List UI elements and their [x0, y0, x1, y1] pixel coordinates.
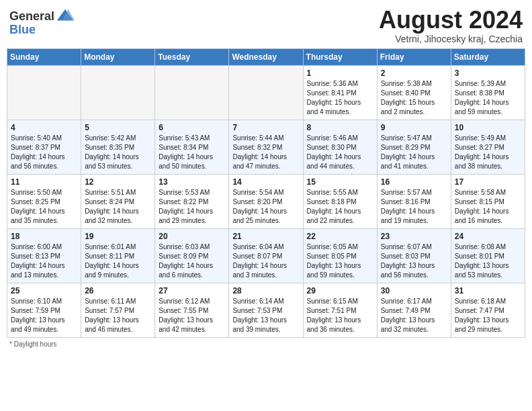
col-header-thursday: Thursday [303, 48, 377, 65]
day-number: 6 [159, 123, 225, 132]
month-year: August 2024 [379, 7, 523, 34]
col-header-friday: Friday [377, 48, 451, 65]
col-header-monday: Monday [81, 48, 155, 65]
day-number: 27 [159, 286, 225, 295]
day-cell: 25Sunrise: 6:10 AM Sunset: 7:59 PM Dayli… [7, 283, 81, 337]
day-number: 18 [11, 232, 77, 241]
day-info: Sunrise: 5:54 AM Sunset: 8:20 PM Dayligh… [232, 188, 299, 226]
day-cell: 9Sunrise: 5:47 AM Sunset: 8:29 PM Daylig… [377, 120, 451, 174]
day-info: Sunrise: 6:01 AM Sunset: 8:11 PM Dayligh… [85, 242, 151, 280]
day-info: Sunrise: 5:44 AM Sunset: 8:32 PM Dayligh… [232, 134, 299, 171]
day-cell: 2Sunrise: 5:38 AM Sunset: 8:40 PM Daylig… [377, 65, 451, 120]
day-info: Sunrise: 5:38 AM Sunset: 8:40 PM Dayligh… [381, 79, 447, 117]
day-number: 31 [455, 286, 521, 295]
day-number: 26 [85, 286, 151, 295]
day-cell: 31Sunrise: 6:18 AM Sunset: 7:47 PM Dayli… [451, 283, 525, 337]
day-cell [155, 65, 229, 120]
day-cell: 1Sunrise: 5:36 AM Sunset: 8:41 PM Daylig… [303, 65, 377, 120]
day-cell: 14Sunrise: 5:54 AM Sunset: 8:20 PM Dayli… [229, 174, 303, 228]
day-number: 29 [307, 286, 373, 295]
week-row-1: 1Sunrise: 5:36 AM Sunset: 8:41 PM Daylig… [7, 65, 525, 120]
logo-text-general: General [9, 9, 54, 24]
week-row-3: 11Sunrise: 5:50 AM Sunset: 8:25 PM Dayli… [7, 174, 525, 228]
day-number: 5 [85, 123, 151, 132]
day-number: 19 [85, 232, 151, 241]
day-cell: 30Sunrise: 6:17 AM Sunset: 7:49 PM Dayli… [377, 283, 451, 337]
day-cell: 19Sunrise: 6:01 AM Sunset: 8:11 PM Dayli… [81, 228, 155, 283]
day-info: Sunrise: 5:55 AM Sunset: 8:18 PM Dayligh… [307, 188, 373, 226]
day-cell: 22Sunrise: 6:05 AM Sunset: 8:05 PM Dayli… [303, 228, 377, 283]
week-row-4: 18Sunrise: 6:00 AM Sunset: 8:13 PM Dayli… [7, 228, 525, 283]
day-info: Sunrise: 6:08 AM Sunset: 8:01 PM Dayligh… [455, 242, 521, 280]
day-number: 1 [307, 68, 373, 78]
day-info: Sunrise: 6:04 AM Sunset: 8:07 PM Dayligh… [232, 242, 299, 280]
day-info: Sunrise: 5:40 AM Sunset: 8:37 PM Dayligh… [11, 134, 77, 171]
day-number: 24 [455, 232, 521, 241]
daylight-label: * Daylight hours [9, 340, 57, 348]
day-cell: 6Sunrise: 5:43 AM Sunset: 8:34 PM Daylig… [155, 120, 229, 174]
day-number: 16 [381, 177, 447, 187]
day-number: 2 [381, 68, 447, 78]
day-info: Sunrise: 5:50 AM Sunset: 8:25 PM Dayligh… [11, 188, 77, 226]
day-info: Sunrise: 5:39 AM Sunset: 8:38 PM Dayligh… [455, 79, 521, 117]
day-cell: 21Sunrise: 6:04 AM Sunset: 8:07 PM Dayli… [229, 228, 303, 283]
day-cell: 27Sunrise: 6:12 AM Sunset: 7:55 PM Dayli… [155, 283, 229, 337]
day-number: 15 [307, 177, 373, 187]
day-info: Sunrise: 6:00 AM Sunset: 8:13 PM Dayligh… [11, 242, 77, 280]
day-info: Sunrise: 5:43 AM Sunset: 8:34 PM Dayligh… [159, 134, 225, 171]
day-cell: 16Sunrise: 5:57 AM Sunset: 8:16 PM Dayli… [377, 174, 451, 228]
day-number: 20 [159, 232, 225, 241]
day-info: Sunrise: 6:14 AM Sunset: 7:53 PM Dayligh… [232, 297, 299, 334]
day-info: Sunrise: 5:58 AM Sunset: 8:15 PM Dayligh… [455, 188, 521, 226]
day-number: 11 [11, 177, 77, 187]
day-cell: 7Sunrise: 5:44 AM Sunset: 8:32 PM Daylig… [229, 120, 303, 174]
day-cell: 11Sunrise: 5:50 AM Sunset: 8:25 PM Dayli… [7, 174, 81, 228]
week-row-2: 4Sunrise: 5:40 AM Sunset: 8:37 PM Daylig… [7, 120, 525, 174]
day-info: Sunrise: 6:11 AM Sunset: 7:57 PM Dayligh… [85, 297, 151, 334]
day-info: Sunrise: 6:03 AM Sunset: 8:09 PM Dayligh… [159, 242, 225, 280]
day-cell [229, 65, 303, 120]
day-number: 28 [232, 286, 299, 295]
day-info: Sunrise: 5:51 AM Sunset: 8:24 PM Dayligh… [85, 188, 151, 226]
day-cell: 18Sunrise: 6:00 AM Sunset: 8:13 PM Dayli… [7, 228, 81, 283]
day-info: Sunrise: 5:47 AM Sunset: 8:29 PM Dayligh… [381, 134, 447, 171]
day-info: Sunrise: 6:15 AM Sunset: 7:51 PM Dayligh… [307, 297, 373, 334]
day-number: 9 [381, 123, 447, 132]
day-info: Sunrise: 5:49 AM Sunset: 8:27 PM Dayligh… [455, 134, 521, 171]
day-cell: 15Sunrise: 5:55 AM Sunset: 8:18 PM Dayli… [303, 174, 377, 228]
day-cell: 12Sunrise: 5:51 AM Sunset: 8:24 PM Dayli… [81, 174, 155, 228]
day-cell: 24Sunrise: 6:08 AM Sunset: 8:01 PM Dayli… [451, 228, 525, 283]
day-number: 4 [11, 123, 77, 132]
day-cell: 26Sunrise: 6:11 AM Sunset: 7:57 PM Dayli… [81, 283, 155, 337]
calendar-header-row: SundayMondayTuesdayWednesdayThursdayFrid… [7, 48, 525, 65]
day-cell: 13Sunrise: 5:53 AM Sunset: 8:22 PM Dayli… [155, 174, 229, 228]
day-info: Sunrise: 5:46 AM Sunset: 8:30 PM Dayligh… [307, 134, 373, 171]
day-number: 23 [381, 232, 447, 241]
day-cell: 4Sunrise: 5:40 AM Sunset: 8:37 PM Daylig… [7, 120, 81, 174]
logo: General Blue [9, 7, 75, 37]
logo-icon [56, 7, 75, 26]
day-number: 8 [307, 123, 373, 132]
col-header-wednesday: Wednesday [229, 48, 303, 65]
footer-note: * Daylight hours [7, 340, 525, 348]
day-cell: 28Sunrise: 6:14 AM Sunset: 7:53 PM Dayli… [229, 283, 303, 337]
col-header-saturday: Saturday [451, 48, 525, 65]
day-number: 10 [455, 123, 521, 132]
day-info: Sunrise: 5:53 AM Sunset: 8:22 PM Dayligh… [159, 188, 225, 226]
day-cell: 20Sunrise: 6:03 AM Sunset: 8:09 PM Dayli… [155, 228, 229, 283]
day-cell: 10Sunrise: 5:49 AM Sunset: 8:27 PM Dayli… [451, 120, 525, 174]
day-cell: 8Sunrise: 5:46 AM Sunset: 8:30 PM Daylig… [303, 120, 377, 174]
day-number: 3 [455, 68, 521, 78]
logo-text-blue: Blue [9, 23, 36, 36]
day-info: Sunrise: 5:42 AM Sunset: 8:35 PM Dayligh… [85, 134, 151, 171]
col-header-tuesday: Tuesday [155, 48, 229, 65]
day-info: Sunrise: 6:05 AM Sunset: 8:05 PM Dayligh… [307, 242, 373, 280]
calendar-table: SundayMondayTuesdayWednesdayThursdayFrid… [7, 48, 525, 338]
day-number: 13 [159, 177, 225, 187]
day-cell: 29Sunrise: 6:15 AM Sunset: 7:51 PM Dayli… [303, 283, 377, 337]
location: Vetrni, Jihocesky kraj, Czechia [379, 34, 523, 44]
day-info: Sunrise: 6:17 AM Sunset: 7:49 PM Dayligh… [381, 297, 447, 334]
day-cell: 17Sunrise: 5:58 AM Sunset: 8:15 PM Dayli… [451, 174, 525, 228]
day-info: Sunrise: 5:57 AM Sunset: 8:16 PM Dayligh… [381, 188, 447, 226]
day-number: 21 [232, 232, 299, 241]
